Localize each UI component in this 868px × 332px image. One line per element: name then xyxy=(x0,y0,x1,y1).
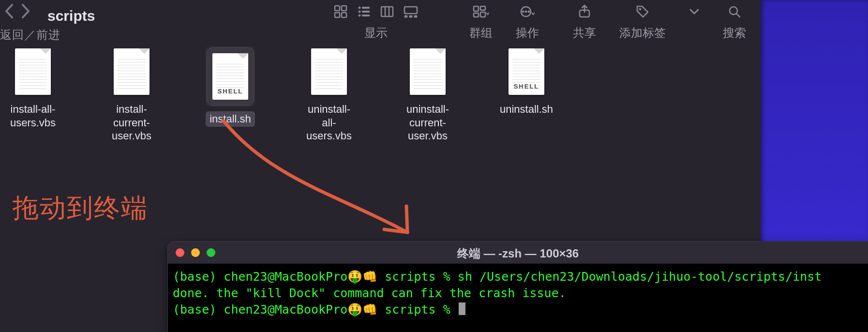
file-item[interactable]: SHELLuninstall.sh xyxy=(497,48,555,117)
terminal-line-1: (base) chen23@MacBookPro🤑👊 scripts % sh … xyxy=(173,270,822,284)
svg-rect-14 xyxy=(404,15,407,17)
file-name-label: install-all- users.vbs xyxy=(6,102,60,130)
file-name-label: install.sh xyxy=(206,111,255,127)
terminal-cursor xyxy=(459,302,465,315)
svg-rect-13 xyxy=(404,7,417,14)
finder-toolbar: 返回／前进 scripts 显示 群组 xyxy=(0,0,761,43)
tag-icon xyxy=(635,4,650,21)
file-item[interactable]: SHELLinstall.sh xyxy=(201,48,259,127)
svg-point-8 xyxy=(359,15,360,16)
svg-point-24 xyxy=(528,11,530,13)
file-name-label: uninstall-all- users.vbs xyxy=(300,102,358,144)
svg-rect-16 xyxy=(414,15,417,17)
file-item[interactable]: uninstall-current- user.vbs xyxy=(399,48,457,144)
terminal-title: 终端 — -zsh — 100×36 xyxy=(457,246,579,261)
terminal-titlebar[interactable]: 终端 — -zsh — 100×36 xyxy=(168,241,868,264)
action-icon xyxy=(519,5,536,20)
file-item[interactable]: install-all- users.vbs xyxy=(4,48,62,130)
toolbar-action-button[interactable]: 操作 xyxy=(516,3,539,41)
file-icon xyxy=(114,48,150,95)
group-icon xyxy=(473,5,489,20)
svg-rect-20 xyxy=(480,12,485,17)
svg-point-6 xyxy=(359,11,360,13)
terminal-line-2: done. the "kill Dock" command can fix th… xyxy=(173,286,566,300)
file-name-label: uninstall.sh xyxy=(496,102,557,117)
file-icon xyxy=(410,48,446,95)
nav-forward-button[interactable] xyxy=(20,4,30,20)
view-gallery-icon[interactable] xyxy=(404,5,418,20)
toolbar-search-button[interactable]: 搜索 xyxy=(723,3,746,41)
svg-rect-10 xyxy=(381,7,393,16)
svg-point-23 xyxy=(525,11,527,13)
toolbar-more-button[interactable] xyxy=(689,3,700,39)
svg-rect-7 xyxy=(362,11,370,13)
svg-rect-17 xyxy=(474,6,479,11)
shell-badge: SHELL xyxy=(218,88,243,95)
toolbar-share-button[interactable]: 共享 xyxy=(573,3,596,41)
shell-badge: SHELL xyxy=(514,83,539,90)
toolbar-tag-button[interactable]: 添加标签 xyxy=(619,3,666,41)
terminal-line-3: (base) chen23@MacBookPro🤑👊 scripts % xyxy=(173,302,465,317)
view-columns-icon[interactable] xyxy=(380,5,394,20)
window-zoom-button[interactable] xyxy=(207,248,215,257)
svg-point-26 xyxy=(639,8,641,10)
view-icons-icon[interactable] xyxy=(334,5,347,20)
svg-rect-5 xyxy=(362,7,370,9)
finder-folder-title: scripts xyxy=(47,8,95,24)
svg-rect-18 xyxy=(474,13,479,17)
terminal-window: 终端 — -zsh — 100×36 (base) chen23@MacBook… xyxy=(167,241,868,332)
file-icon: SHELL xyxy=(212,53,248,100)
svg-point-22 xyxy=(522,11,524,13)
nav-back-button[interactable] xyxy=(5,4,15,20)
chevron-down-icon xyxy=(689,5,700,20)
svg-rect-1 xyxy=(342,6,346,11)
file-icon xyxy=(15,48,51,95)
file-name-label: uninstall-current- user.vbs xyxy=(399,102,457,144)
svg-rect-2 xyxy=(335,13,340,17)
nav-caption: 返回／前进 xyxy=(0,27,60,43)
svg-line-28 xyxy=(736,14,740,17)
file-icon xyxy=(311,48,347,95)
toolbar-display-group: 显示 xyxy=(334,3,418,41)
svg-point-4 xyxy=(359,7,360,9)
svg-rect-0 xyxy=(335,6,340,11)
svg-rect-15 xyxy=(409,15,412,17)
svg-rect-9 xyxy=(362,15,370,16)
file-name-label: install-current- user.vbs xyxy=(103,102,161,144)
toolbar-display-caption: 显示 xyxy=(364,25,388,41)
file-grid: install-all- users.vbsinstall-current- u… xyxy=(4,48,555,144)
file-item[interactable]: uninstall-all- users.vbs xyxy=(300,48,358,144)
svg-rect-3 xyxy=(342,13,346,17)
window-close-button[interactable] xyxy=(176,248,184,257)
svg-rect-19 xyxy=(480,6,485,10)
file-item[interactable]: install-current- user.vbs xyxy=(103,48,161,144)
search-icon xyxy=(728,5,741,20)
window-minimize-button[interactable] xyxy=(191,248,200,257)
toolbar-group-button[interactable]: 群组 xyxy=(469,3,493,41)
view-list-icon[interactable] xyxy=(357,5,371,20)
file-icon: SHELL xyxy=(509,48,544,95)
share-icon xyxy=(578,4,591,21)
terminal-body[interactable]: (base) chen23@MacBookPro🤑👊 scripts % sh … xyxy=(168,264,868,332)
annotation-text: 拖动到终端 xyxy=(13,191,148,226)
